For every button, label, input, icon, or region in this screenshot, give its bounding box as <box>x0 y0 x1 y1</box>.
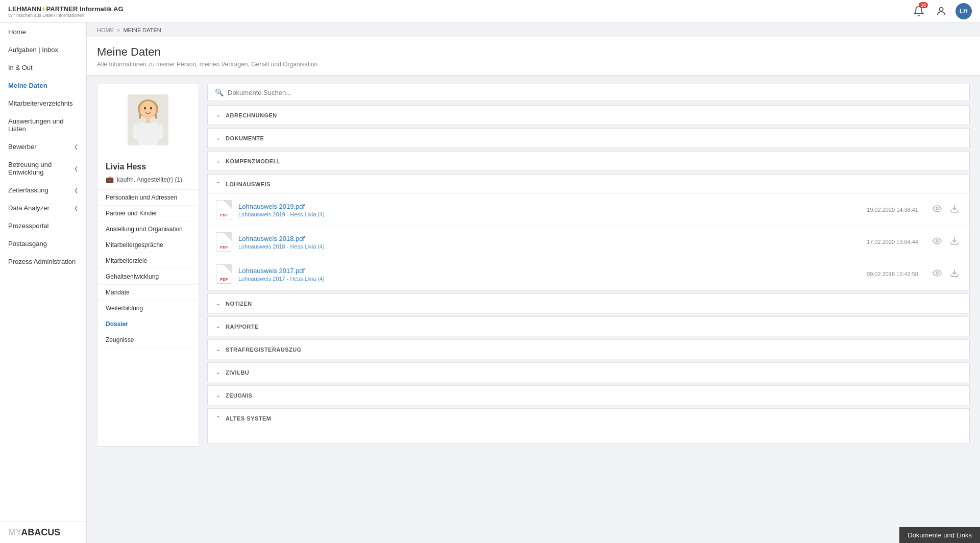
accordion-header-5[interactable]: ⌄ RAPPORTE <box>208 317 969 336</box>
accordion-title-1: DOKUMENTE <box>226 135 264 141</box>
accordion-2: ⌄ KOMPENZMODELL <box>207 151 970 171</box>
breadcrumb: HOME > MEINE DATEN <box>87 23 980 37</box>
nav-link-1[interactable]: Partner und Kinder <box>97 206 199 221</box>
accordion-header-7[interactable]: ⌄ ZIVILBU <box>208 363 969 382</box>
accordion-header-8[interactable]: ⌄ ZEUGNIS <box>208 386 969 405</box>
accordion-title-7: ZIVILBU <box>226 369 249 376</box>
sidebar-item-7[interactable]: Betreuung und Entwicklung❮ <box>0 156 86 181</box>
accordion-header-3[interactable]: ⌃ LOHNAUSWEIS <box>208 175 969 193</box>
notification-button[interactable]: 10 <box>911 3 927 19</box>
doc-download-btn-1[interactable] <box>948 234 961 250</box>
breadcrumb-home[interactable]: HOME <box>97 27 114 33</box>
doc-date-2: 09.02.2018 15:42:50 <box>867 271 918 277</box>
accordion-9: ⌃ ALTES SYSTEM <box>207 408 970 443</box>
profile-role: 💼 kaufm. Angestellte(r) (1) <box>97 176 199 190</box>
nav-link-4[interactable]: Mitarbeiterziele <box>97 253 199 269</box>
doc-view-btn-0[interactable] <box>930 202 944 217</box>
accordion-chevron-3: ⌃ <box>216 181 220 187</box>
bottom-bar[interactable]: Dokumente und Links <box>899 527 980 543</box>
sidebar-item-label: Betreuung und Entwicklung <box>8 161 74 176</box>
doc-date-1: 17.02.2020 13:04:44 <box>867 239 918 245</box>
sidebar-item-12[interactable]: Prozess Administration <box>0 253 86 270</box>
svg-point-6 <box>144 107 146 110</box>
doc-name-1[interactable]: Lohnausweis 2018.pdf <box>238 235 861 242</box>
nav-link-0[interactable]: Personalien und Adressen <box>97 190 199 206</box>
svg-point-16 <box>936 272 939 275</box>
eye-icon <box>933 236 942 245</box>
pdf-icon-1: PDF <box>216 232 232 252</box>
user-profile-button[interactable] <box>933 3 949 19</box>
sidebar-item-10[interactable]: Prozessportal <box>0 217 86 235</box>
main-layout: HomeAufgaben | InboxIn & OutMeine DatenM… <box>0 23 980 543</box>
doc-sub-2: Lohnausweis 2017 - Hess Livia (4) <box>238 276 861 282</box>
nav-link-8[interactable]: Dossier <box>97 316 199 332</box>
svg-rect-8 <box>138 122 158 145</box>
accordion-header-4[interactable]: ⌄ NOTIZEN <box>208 294 969 313</box>
sidebar-item-11[interactable]: Postausgang <box>0 235 86 253</box>
nav-link-9[interactable]: Zeugnisse <box>97 332 199 348</box>
top-header: LEHMANN + PARTNER Informatik AG Wir mach… <box>0 0 980 23</box>
sidebar-item-label: Prozess Administration <box>8 258 76 265</box>
nav-link-7[interactable]: Weiterbildung <box>97 301 199 316</box>
sidebar-item-label: Meine Daten <box>8 82 47 89</box>
accordion-header-2[interactable]: ⌄ KOMPENZMODELL <box>208 152 969 170</box>
accordion-6: ⌄ STRAFREGISTERAUSZUG <box>207 339 970 359</box>
breadcrumb-sep: > <box>117 27 120 33</box>
nav-link-3[interactable]: Mitarbeitergespräche <box>97 237 199 253</box>
accordion-chevron-0: ⌄ <box>216 112 220 118</box>
sidebar-footer: MYABACUS <box>0 522 86 543</box>
accordion-chevron-1: ⌄ <box>216 135 220 141</box>
nav-link-2[interactable]: Anstellung und Organisation <box>97 221 199 237</box>
accordion-header-0[interactable]: ⌄ ABRECHNUNGEN <box>208 106 969 125</box>
sidebar-item-9[interactable]: Data Analyzer❮ <box>0 199 86 217</box>
logo-line2: Informatik AG <box>80 5 123 13</box>
avatar <box>128 94 168 145</box>
sidebar-item-label: Bewerber <box>8 143 37 151</box>
accordion-chevron-9: ⌃ <box>216 415 220 422</box>
sidebar-item-0[interactable]: Home <box>0 23 86 41</box>
sidebar-item-1[interactable]: Aufgaben | Inbox <box>0 41 86 59</box>
sidebar-my: MY <box>8 527 21 537</box>
doc-name-2[interactable]: Lohnausweis 2017.pdf <box>238 267 861 275</box>
chevron-icon: ❮ <box>74 187 78 193</box>
doc-view-btn-2[interactable] <box>930 266 944 282</box>
doc-view-btn-1[interactable] <box>930 234 944 250</box>
content-area: HOME > MEINE DATEN Meine Daten Alle Info… <box>87 23 980 543</box>
accordion-header-6[interactable]: ⌄ STRAFREGISTERAUSZUG <box>208 340 969 359</box>
user-initials-badge[interactable]: LH <box>955 3 972 19</box>
sidebar-item-5[interactable]: Auswertungen und Listen <box>0 112 86 138</box>
sidebar-item-6[interactable]: Bewerber❮ <box>0 138 86 156</box>
download-icon <box>950 204 959 213</box>
accordion-chevron-5: ⌄ <box>216 323 220 330</box>
avatar-svg <box>128 94 168 145</box>
sidebar-item-3[interactable]: Meine Daten <box>0 77 86 94</box>
nav-links: Personalien und AdressenPartner und Kind… <box>97 190 199 348</box>
left-panel: Livia Hess 💼 kaufm. Angestellte(r) (1) P… <box>97 84 199 447</box>
nav-link-5[interactable]: Gehaltsentwicklung <box>97 269 199 285</box>
accordion-chevron-4: ⌄ <box>216 300 220 307</box>
breadcrumb-current: MEINE DATEN <box>123 27 161 33</box>
doc-download-btn-2[interactable] <box>948 266 961 282</box>
sidebar-item-2[interactable]: In & Out <box>0 59 86 77</box>
logo-area: LEHMANN + PARTNER Informatik AG Wir mach… <box>8 5 124 18</box>
accordion-4: ⌄ NOTIZEN <box>207 293 970 313</box>
accordion-title-9: ALTES SYSTEM <box>226 415 272 422</box>
doc-download-btn-0[interactable] <box>948 202 961 217</box>
svg-point-12 <box>936 208 939 210</box>
pdf-icon-2: PDF <box>216 264 232 284</box>
accordion-header-1[interactable]: ⌄ DOKUMENTE <box>208 129 969 147</box>
logo-tagline: Wir machen aus Daten Informationen <box>8 13 124 18</box>
header-icons: 10 LH <box>911 3 972 19</box>
eye-icon <box>933 268 942 278</box>
svg-point-5 <box>140 101 156 118</box>
sidebar-item-8[interactable]: Zeiterfassung❮ <box>0 181 86 199</box>
page-header: Meine Daten Alle Informationen zu meiner… <box>87 37 980 76</box>
sidebar-item-label: Prozessportal <box>8 222 48 230</box>
sidebar-item-4[interactable]: Mitarbeiterverzeichnis <box>0 94 86 112</box>
nav-link-6[interactable]: Mandate <box>97 285 199 301</box>
sidebar-item-label: Mitarbeiterverzeichnis <box>8 100 72 107</box>
doc-name-0[interactable]: Lohnausweis 2019.pdf <box>238 203 861 210</box>
search-input[interactable] <box>228 89 962 96</box>
person-icon <box>936 6 947 17</box>
accordion-header-9[interactable]: ⌃ ALTES SYSTEM <box>208 409 969 428</box>
